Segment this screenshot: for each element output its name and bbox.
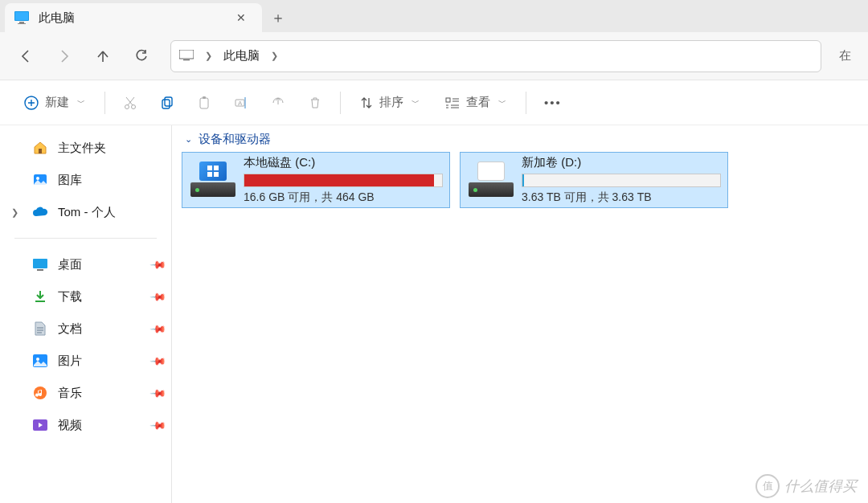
sidebar-item-onedrive[interactable]: ❯ Tom - 个人 bbox=[0, 196, 171, 228]
svg-rect-27 bbox=[207, 172, 212, 177]
svg-rect-9 bbox=[162, 100, 170, 108]
view-button[interactable]: 查看 ﹀ bbox=[432, 87, 519, 119]
forward-button[interactable] bbox=[45, 40, 84, 72]
sidebar-item-label: 文档 bbox=[58, 321, 82, 337]
svg-point-23 bbox=[34, 386, 47, 399]
view-label: 查看 bbox=[466, 95, 490, 110]
pin-icon: 📌 bbox=[149, 320, 167, 337]
onedrive-icon bbox=[32, 204, 48, 220]
svg-rect-1 bbox=[15, 12, 28, 20]
separator bbox=[340, 92, 341, 114]
sidebar-item-home[interactable]: 主文件夹 bbox=[0, 132, 171, 164]
svg-point-18 bbox=[36, 177, 39, 180]
cut-button[interactable] bbox=[112, 87, 149, 119]
chevron-down-icon: ﹀ bbox=[77, 97, 85, 108]
nav-toolbar: ❯ 此电脑 ❯ 在 bbox=[0, 32, 868, 80]
back-button[interactable] bbox=[6, 40, 45, 72]
sort-button[interactable]: 排序 ﹀ bbox=[347, 87, 432, 119]
separator bbox=[526, 92, 526, 114]
search-box[interactable]: 在 bbox=[831, 40, 862, 72]
sidebar-item-label: 桌面 bbox=[58, 257, 82, 272]
chevron-right-icon[interactable]: ❯ bbox=[271, 51, 278, 61]
svg-rect-15 bbox=[446, 98, 450, 102]
pin-icon: 📌 bbox=[149, 384, 167, 402]
drive-icon bbox=[467, 162, 515, 198]
sidebar-item-label: 音乐 bbox=[58, 386, 82, 401]
svg-point-7 bbox=[125, 104, 129, 108]
sidebar-item-desktop[interactable]: 桌面 📌 bbox=[0, 248, 171, 280]
paste-button[interactable] bbox=[186, 87, 223, 119]
svg-rect-5 bbox=[183, 59, 190, 60]
sidebar-item-label: 图片 bbox=[58, 354, 82, 369]
new-tab-button[interactable]: ＋ bbox=[262, 3, 294, 32]
watermark-logo-icon: 值 bbox=[755, 474, 780, 498]
video-icon bbox=[32, 417, 48, 433]
sidebar-item-pictures[interactable]: 图片 📌 bbox=[0, 345, 171, 377]
tab-title: 此电脑 bbox=[39, 10, 75, 26]
delete-button[interactable] bbox=[297, 87, 334, 119]
breadcrumb-item[interactable]: 此电脑 bbox=[223, 48, 260, 63]
main-split: 主文件夹 图库 ❯ Tom - 个人 桌面 📌 下载 📌 文档 📌 bbox=[0, 125, 868, 503]
close-tab-button[interactable]: ✕ bbox=[230, 6, 252, 29]
sidebar-separator bbox=[14, 238, 157, 239]
view-icon bbox=[445, 97, 460, 108]
sidebar-item-label: 主文件夹 bbox=[58, 141, 106, 156]
gallery-icon bbox=[32, 172, 48, 188]
svg-point-8 bbox=[132, 104, 136, 108]
copy-button[interactable] bbox=[149, 87, 186, 119]
sidebar-item-label: 视频 bbox=[58, 418, 82, 433]
music-icon bbox=[32, 385, 48, 401]
sidebar-item-label: 图库 bbox=[58, 173, 82, 188]
sidebar-item-gallery[interactable]: 图库 bbox=[0, 164, 171, 196]
plus-circle-icon bbox=[24, 96, 39, 110]
svg-rect-2 bbox=[19, 22, 24, 23]
drive-item[interactable]: 新加卷 (D:) 3.63 TB 可用，共 3.63 TB bbox=[460, 152, 728, 208]
drive-usage-bar bbox=[522, 174, 721, 187]
new-button[interactable]: 新建 ﹀ bbox=[11, 87, 98, 119]
refresh-button[interactable] bbox=[122, 40, 161, 72]
tab-this-pc[interactable]: 此电脑 ✕ bbox=[5, 3, 262, 32]
group-header-label: 设备和驱动器 bbox=[199, 132, 271, 147]
drives-list: 本地磁盘 (C:) 16.6 GB 可用，共 464 GB 新加卷 (D:) 3… bbox=[182, 152, 858, 208]
address-bar[interactable]: ❯ 此电脑 ❯ bbox=[170, 40, 821, 72]
more-button[interactable]: ••• bbox=[533, 87, 573, 119]
share-button[interactable] bbox=[260, 87, 297, 119]
sidebar-item-documents[interactable]: 文档 📌 bbox=[0, 313, 171, 345]
document-icon bbox=[32, 321, 48, 337]
rename-button[interactable]: A bbox=[223, 87, 260, 119]
pin-icon: 📌 bbox=[149, 256, 167, 273]
chevron-down-icon: ﹀ bbox=[411, 97, 420, 108]
drive-item[interactable]: 本地磁盘 (C:) 16.6 GB 可用，共 464 GB bbox=[182, 152, 450, 208]
sidebar-item-music[interactable]: 音乐 📌 bbox=[0, 377, 171, 409]
chevron-right-icon[interactable]: ❯ bbox=[11, 207, 18, 218]
svg-rect-4 bbox=[179, 50, 194, 59]
up-button[interactable] bbox=[84, 40, 122, 72]
sort-label: 排序 bbox=[379, 95, 403, 110]
download-icon bbox=[32, 288, 48, 305]
sidebar-item-downloads[interactable]: 下载 📌 bbox=[0, 280, 171, 313]
svg-rect-26 bbox=[214, 166, 219, 170]
new-label: 新建 bbox=[45, 95, 69, 110]
drive-name: 本地磁盘 (C:) bbox=[244, 155, 443, 170]
monitor-icon bbox=[179, 50, 194, 62]
content-pane: ⌄ 设备和驱动器 本地磁盘 (C:) 16.6 GB 可用，共 464 GB 新… bbox=[172, 125, 868, 503]
svg-rect-16 bbox=[39, 149, 42, 153]
search-label-truncated: 在 bbox=[839, 48, 851, 63]
group-header-devices[interactable]: ⌄ 设备和驱动器 bbox=[185, 132, 858, 147]
pin-icon: 📌 bbox=[149, 288, 167, 305]
svg-point-22 bbox=[36, 358, 39, 361]
drive-usage-bar bbox=[244, 174, 443, 187]
chevron-right-icon[interactable]: ❯ bbox=[205, 51, 212, 61]
drive-icon bbox=[189, 162, 237, 198]
drive-info: 新加卷 (D:) 3.63 TB 可用，共 3.63 TB bbox=[522, 155, 721, 205]
svg-rect-19 bbox=[33, 259, 47, 268]
watermark-text: 什么值得买 bbox=[784, 476, 857, 496]
sidebar-item-videos[interactable]: 视频 📌 bbox=[0, 409, 171, 441]
watermark: 值 什么值得买 bbox=[755, 474, 857, 498]
drive-stat: 3.63 TB 可用，共 3.63 TB bbox=[522, 190, 721, 205]
home-icon bbox=[32, 140, 48, 156]
chevron-down-icon: ﹀ bbox=[498, 97, 506, 108]
chevron-down-icon: ⌄ bbox=[185, 134, 192, 145]
svg-rect-3 bbox=[18, 23, 26, 24]
drive-stat: 16.6 GB 可用，共 464 GB bbox=[244, 190, 443, 205]
